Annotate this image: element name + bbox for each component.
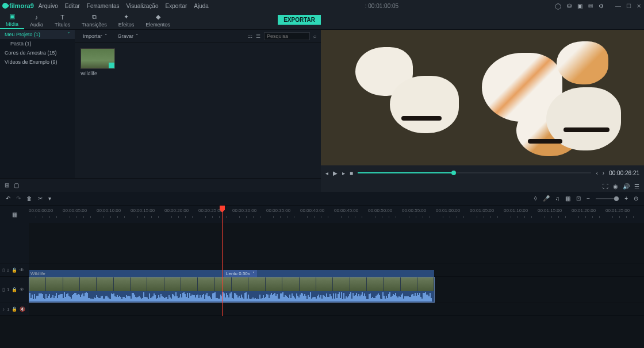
prev-frame-button[interactable]: ◂ — [325, 170, 328, 176]
preview-progress[interactable] — [358, 172, 591, 173]
search-input[interactable] — [264, 32, 310, 40]
menu-view[interactable]: Visualização — [126, 3, 159, 9]
chevron-down-icon: ˅ — [67, 32, 70, 37]
menu-tools[interactable]: Ferramentas — [87, 3, 120, 9]
lock-icon[interactable]: 🔒 — [12, 287, 17, 292]
split-button[interactable]: ✂ — [38, 195, 43, 202]
tab-audio[interactable]: ♪ Áudio — [24, 13, 49, 29]
ruler-tick: 00:01:20:00 — [572, 208, 596, 213]
video-track-icon: ▯ — [2, 268, 5, 273]
track-manager-icon[interactable]: ▦ — [0, 206, 29, 223]
sidebar-item-folder[interactable]: Pasta (1) — [0, 39, 75, 48]
tab-titles[interactable]: T Títulos — [49, 13, 76, 29]
stop-button[interactable]: ■ — [350, 170, 353, 176]
lock-icon[interactable]: 🔒 — [12, 268, 17, 273]
edit-dropdown[interactable]: ▾ — [48, 195, 51, 202]
filter-icon[interactable]: ⚏ — [248, 33, 252, 39]
track-body[interactable]: Wildlife Lento 0.50x ˅ — [29, 277, 644, 303]
menu-file[interactable]: Arquivo — [39, 3, 58, 9]
record-dropdown[interactable]: Gravar ˅ — [114, 32, 143, 40]
zoom-fit-button[interactable]: ⊙ — [634, 195, 638, 202]
delete-button[interactable]: 🗑 — [26, 195, 32, 202]
crop-icon[interactable]: ⊡ — [576, 195, 581, 202]
media-item[interactable]: Wildlife — [80, 48, 115, 76]
menu-help[interactable]: Ajuda — [194, 3, 209, 9]
track-number: 1 — [7, 307, 9, 312]
playhead[interactable] — [222, 206, 223, 316]
music-icon: ♪ — [35, 14, 39, 21]
folder-icon[interactable]: ▢ — [14, 182, 19, 188]
account-icon[interactable]: ◯ — [555, 3, 561, 9]
play-button[interactable]: ▶ — [333, 170, 338, 176]
zoom-slider[interactable] — [596, 198, 619, 199]
search-icon[interactable]: ⌕ — [313, 33, 316, 39]
progress-handle[interactable] — [451, 171, 456, 175]
zoom-out-button[interactable]: − — [586, 195, 590, 202]
tab-elements[interactable]: ◆ Elementos — [140, 12, 176, 29]
track-body[interactable] — [29, 303, 644, 315]
track-number: 2 — [7, 268, 9, 273]
redo-button[interactable]: ↷ — [16, 195, 21, 202]
folder-icon: ▣ — [9, 13, 15, 20]
app-name: filmora9 — [9, 2, 34, 9]
next-frame-button[interactable]: ▸ — [342, 170, 345, 176]
preview-viewport[interactable] — [321, 30, 644, 165]
volume-icon[interactable]: 🔊 — [623, 183, 630, 190]
prev-marker-button[interactable]: ‹ — [596, 170, 597, 176]
fx-icon: ✦ — [124, 13, 129, 21]
voiceover-icon[interactable]: 🎤 — [543, 195, 550, 202]
render-icon[interactable]: ▦ — [565, 195, 570, 202]
zoom-in-button[interactable]: + — [624, 195, 628, 202]
ruler-tick: 00:00:40:00 — [300, 208, 324, 213]
snapshot-icon[interactable]: ◉ — [613, 183, 618, 190]
menu-export[interactable]: Exportar — [165, 3, 187, 9]
sidebar-item-samples[interactable]: Vídeos de Exemplo (9) — [0, 57, 75, 67]
sidebar-item-project[interactable]: Meu Projeto (1) ˅ — [0, 30, 75, 39]
minimize-button[interactable]: — — [615, 3, 621, 9]
next-marker-button[interactable]: › — [603, 170, 604, 176]
visibility-icon[interactable]: 👁 — [20, 287, 24, 292]
chevron-down-icon[interactable]: ˅ — [252, 271, 255, 276]
export-button[interactable]: EXPORTAR — [278, 15, 321, 25]
tab-transitions[interactable]: ⧉ Transições — [76, 12, 113, 29]
audio-track-icon: ♪ — [2, 307, 5, 312]
tab-media[interactable]: ▣ Mídia — [0, 11, 24, 29]
sidebar-item-colors[interactable]: Cores de Amostra (15) — [0, 48, 75, 57]
timeline-clip[interactable]: Wildlife Lento 0.50x ˅ — [29, 277, 435, 303]
import-label: Importar — [83, 33, 102, 39]
main-menu: Arquivo Editar Ferramentas Visualização … — [39, 3, 209, 9]
media-toolbar: Importar ˅ Gravar ˅ ⚏ ☰ ⌕ — [75, 30, 321, 42]
track-number: 1 — [7, 287, 9, 292]
import-dropdown[interactable]: Importar ˅ — [79, 32, 111, 40]
fullscreen-icon[interactable]: ⛶ — [603, 183, 608, 190]
new-folder-icon[interactable]: ⊞ — [5, 182, 9, 188]
media-sidebar: Meu Projeto (1) ˅ Pasta (1) Cores de Amo… — [0, 30, 75, 178]
maximize-button[interactable]: ☐ — [626, 3, 631, 9]
project-timestamp: : 00:01:00:05 — [209, 3, 555, 9]
media-thumbnail — [80, 48, 115, 69]
preview-panel: ◂ ▶ ▸ ■ ‹ › 00:00:26:21 ⛶ ◉ 🔊 ☰ — [321, 30, 644, 192]
menu-edit[interactable]: Editar — [65, 3, 80, 9]
ruler-tick: 00:00:45:00 — [334, 208, 358, 213]
undo-button[interactable]: ↶ — [6, 195, 10, 202]
close-button[interactable]: ✕ — [636, 3, 642, 9]
messages-icon[interactable]: ✉ — [588, 3, 593, 9]
video-track-icon: ▯ — [2, 287, 5, 292]
ruler-tick: 00:00:35:00 — [266, 208, 290, 213]
notification-icon[interactable]: ▣ — [577, 3, 582, 9]
settings-icon[interactable]: ⚙ — [599, 3, 604, 9]
mixer-icon[interactable]: ♫ — [555, 195, 560, 202]
lock-icon[interactable]: 🔒 — [12, 307, 17, 312]
zoom-handle[interactable] — [614, 196, 619, 201]
cart-icon[interactable]: ⛁ — [567, 3, 572, 9]
tab-effects[interactable]: ✦ Efeitos — [113, 12, 140, 29]
sort-icon[interactable]: ☰ — [256, 33, 260, 39]
ruler-tick: 00:00:30:00 — [232, 208, 256, 213]
timeline-toolbar: ↶ ↷ 🗑 ✂ ▾ ◊ 🎤 ♫ ▦ ⊡ − + ⊙ — [0, 192, 644, 206]
visibility-icon[interactable]: 👁 — [20, 268, 24, 273]
settings-icon[interactable]: ☰ — [634, 183, 639, 190]
mute-icon[interactable]: 🔇 — [20, 307, 25, 312]
marker-icon[interactable]: ◊ — [534, 195, 537, 202]
preview-controls: ◂ ▶ ▸ ■ ‹ › 00:00:26:21 — [321, 165, 644, 180]
timeline-ruler[interactable]: 00:00:00:0000:00:05:0000:00:10:0000:00:1… — [29, 206, 644, 223]
